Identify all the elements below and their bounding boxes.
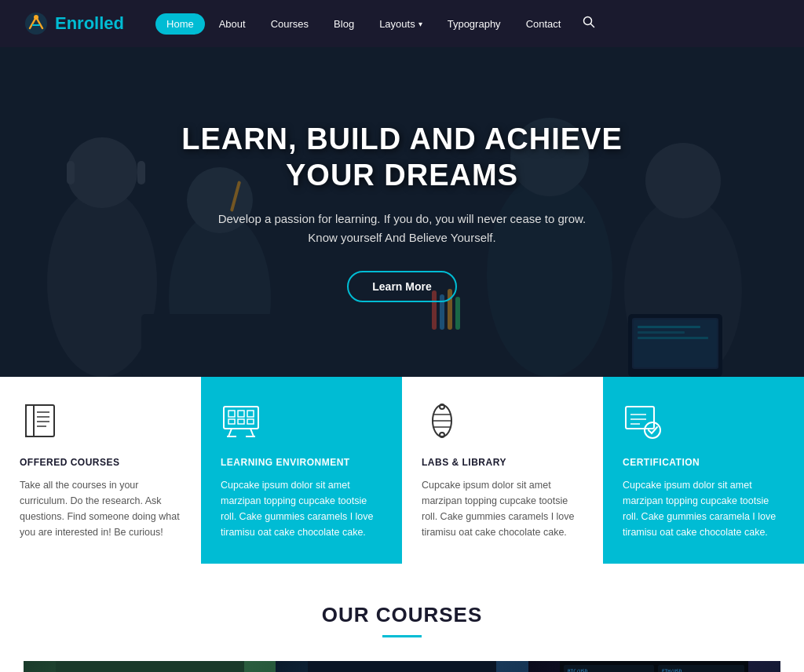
svg-rect-41 xyxy=(228,419,235,424)
svg-rect-33 xyxy=(224,407,258,429)
logo[interactable]: Enrolled xyxy=(24,11,124,36)
course-grid: target="_self" rel="stylesheet" position… xyxy=(24,661,780,672)
logo-icon xyxy=(24,11,49,36)
hero-subtitle: Develop a passion for learning. If you d… xyxy=(135,210,669,247)
svg-point-49 xyxy=(440,433,444,437)
nav-home[interactable]: Home xyxy=(155,13,205,35)
svg-text:ETH/USD: ETH/USD xyxy=(662,668,682,672)
svg-rect-28 xyxy=(26,405,34,436)
svg-rect-27 xyxy=(26,405,54,436)
feature-offered-courses-title: OFFERED COURSES xyxy=(20,457,181,468)
nav-courses[interactable]: Courses xyxy=(260,13,320,35)
feature-labs-library-title: LABS & LIBRARY xyxy=(422,457,583,468)
feature-offered-courses-text: Take all the courses in your curriculum.… xyxy=(20,477,181,540)
courses-section-title: OUR COURSES xyxy=(24,603,780,627)
svg-rect-55 xyxy=(56,661,244,672)
svg-rect-42 xyxy=(238,419,244,424)
course-card-ai[interactable]: target="_self" rel="stylesheet" position… xyxy=(276,661,528,672)
feature-learning-environment-text: Cupcake ipsum dolor sit amet marzipan to… xyxy=(221,477,382,540)
feature-certification-text: Cupcake ipsum dolor sit amet marzipan to… xyxy=(623,477,784,540)
nav-layouts[interactable]: Layouts ▾ xyxy=(368,13,433,35)
features-section: OFFERED COURSES Take all the courses in … xyxy=(0,377,804,564)
nav-about[interactable]: About xyxy=(208,13,257,35)
dna-icon xyxy=(422,400,462,441)
svg-text:BTC/USD: BTC/USD xyxy=(568,668,588,672)
feature-learning-environment: LEARNING ENVIRONMENT Cupcake ipsum dolor… xyxy=(201,377,402,564)
header: Enrolled Home About Courses Blog Layouts… xyxy=(0,0,804,47)
feature-labs-library-text: Cupcake ipsum dolor sit amet marzipan to… xyxy=(422,477,583,540)
chevron-down-icon: ▾ xyxy=(418,20,422,28)
svg-rect-40 xyxy=(247,411,254,417)
svg-line-34 xyxy=(228,429,232,436)
learn-more-button[interactable]: Learn More xyxy=(347,271,456,302)
chalkboard-icon xyxy=(221,400,261,441)
course-thumb-ai: target="_self" rel="stylesheet" position… xyxy=(276,661,528,672)
svg-line-3 xyxy=(591,24,594,27)
feature-labs-library: LABS & LIBRARY Cupcake ipsum dolor sit a… xyxy=(402,377,603,564)
svg-point-48 xyxy=(440,404,444,409)
logo-text: Enrolled xyxy=(55,13,124,34)
search-icon[interactable] xyxy=(575,11,603,36)
course-card-electronics[interactable] xyxy=(24,661,276,672)
courses-section: OUR COURSES xyxy=(0,564,804,672)
svg-rect-39 xyxy=(238,411,244,417)
feature-certification-title: CERTIFICATION xyxy=(623,457,784,468)
svg-point-54 xyxy=(645,422,660,438)
nav-contact[interactable]: Contact xyxy=(515,13,572,35)
main-nav: Home About Courses Blog Layouts ▾ Typogr… xyxy=(155,11,780,36)
svg-rect-50 xyxy=(626,407,654,429)
course-thumb-electronics xyxy=(24,661,276,672)
feature-offered-courses: OFFERED COURSES Take all the courses in … xyxy=(0,377,201,564)
hero-title: LEARN, BUILD AND ACHIEVE YOUR DREAMS xyxy=(135,122,669,193)
certificate-icon xyxy=(623,400,663,441)
section-divider xyxy=(382,635,422,637)
course-card-trading[interactable]: BTC/USD ETH/USD S&P 500 NASDAQ xyxy=(528,661,780,672)
feature-certification: CERTIFICATION Cupcake ipsum dolor sit am… xyxy=(603,377,804,564)
nav-typography[interactable]: Typography xyxy=(437,13,512,35)
svg-rect-43 xyxy=(247,419,254,424)
svg-line-35 xyxy=(250,429,254,436)
book-icon xyxy=(20,400,60,441)
svg-point-1 xyxy=(34,15,38,20)
nav-blog[interactable]: Blog xyxy=(323,13,365,35)
svg-rect-38 xyxy=(228,411,235,417)
feature-learning-environment-title: LEARNING ENVIRONMENT xyxy=(221,457,382,468)
hero-content: LEARN, BUILD AND ACHIEVE YOUR DREAMS Dev… xyxy=(104,122,700,301)
hero-section: LEARN, BUILD AND ACHIEVE YOUR DREAMS Dev… xyxy=(0,47,804,377)
svg-rect-64 xyxy=(308,661,496,672)
course-thumb-trading: BTC/USD ETH/USD S&P 500 NASDAQ xyxy=(528,661,780,672)
